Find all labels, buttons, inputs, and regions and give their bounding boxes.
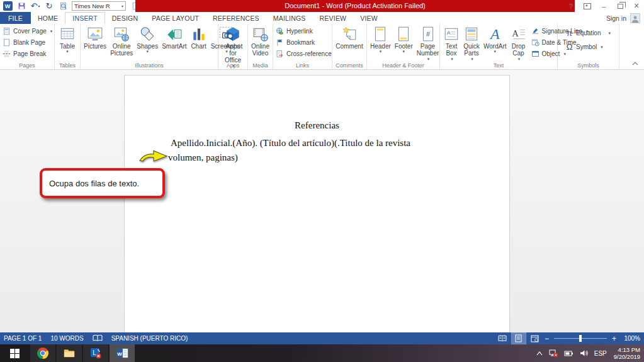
taskbar-explorer-button[interactable] (57, 344, 82, 362)
button-label: Blank Page (13, 39, 45, 46)
group-label: Apps (218, 62, 247, 69)
quick-parts-button[interactable]: Quick Parts▾ (461, 25, 482, 61)
button-label: Chart (191, 43, 206, 50)
online-pictures-button[interactable]: Online Pictures (108, 25, 135, 61)
document-body-line-2: volumen, paginas) (168, 152, 238, 163)
tab-insert[interactable]: INSERT (65, 12, 105, 24)
ribbon-group-header-footer: Header ▾ Footer ▾ # Page Number▾ Header … (367, 24, 440, 69)
chart-button[interactable]: Chart (189, 25, 209, 61)
button-label: Equation (576, 30, 601, 37)
tab-design[interactable]: DESIGN (105, 12, 145, 24)
window-controls: ? – ✕ (566, 0, 641, 12)
restore-button[interactable] (615, 1, 625, 11)
cross-reference-button[interactable]: Cross-reference (274, 48, 333, 59)
button-label: Text Box (446, 43, 457, 57)
zoom-in-button[interactable]: + (612, 335, 616, 342)
shapes-button[interactable]: Shapes ▾ (135, 25, 160, 61)
blank-page-button[interactable]: Blank Page (1, 37, 54, 48)
online-video-button[interactable]: Online Video (249, 25, 271, 61)
system-tray: ESP 4:13 PM 9/20/2019 (536, 344, 644, 362)
table-button[interactable]: Table ▾ (57, 25, 77, 61)
undo-icon: ↶ (31, 2, 38, 10)
sign-in[interactable]: Sign in (606, 12, 640, 24)
font-name-box[interactable]: Times New R▾ (72, 1, 126, 11)
callout-box[interactable]: Ocupa dos filas de texto. (40, 168, 165, 198)
start-button[interactable] (0, 344, 29, 362)
collapse-ribbon-icon[interactable] (631, 60, 639, 67)
print-layout-button[interactable] (512, 333, 526, 344)
group-label: Pages (0, 62, 54, 69)
document-page[interactable]: Referencias Apellido.Inicial.(Año). (Tít… (124, 75, 510, 332)
taskbar-lockdown-browser-button[interactable]: L (83, 344, 108, 362)
tab-view[interactable]: VIEW (353, 12, 385, 24)
statusbar-right: − + 100% (495, 332, 641, 344)
minimize-button[interactable]: – (599, 1, 609, 11)
blank-page-icon (3, 38, 11, 47)
clock[interactable]: 4:13 PM 9/20/2019 (614, 346, 640, 360)
tab-page-layout[interactable]: PAGE LAYOUT (145, 12, 206, 24)
hyperlink-button[interactable]: Hyperlink (274, 26, 333, 37)
word-count[interactable]: 10 WORDS (50, 335, 83, 342)
cover-page-button[interactable]: Cover Page▾ (1, 26, 54, 37)
text-box-icon: A (443, 26, 460, 42)
proofing-status[interactable] (93, 334, 103, 343)
smartart-button[interactable]: SmartArt (160, 25, 188, 61)
ribbon-display-options-button[interactable] (582, 1, 592, 11)
web-layout-icon (531, 335, 539, 342)
taskbar-chrome-button[interactable] (30, 344, 55, 362)
tab-references[interactable]: REFERENCES (206, 12, 266, 24)
tab-file[interactable]: FILE (0, 12, 31, 24)
tab-home[interactable]: HOME (31, 12, 65, 24)
ribbon-display-icon (584, 3, 591, 9)
zoom-slider[interactable] (554, 338, 607, 339)
read-mode-icon (498, 335, 507, 342)
tab-mailings[interactable]: MAILINGS (266, 12, 313, 24)
avatar (630, 13, 640, 23)
zoom-out-button[interactable]: − (545, 335, 549, 342)
save-icon (18, 2, 26, 10)
wordart-button[interactable]: A WordArt ▾ (482, 25, 509, 61)
print-preview-button[interactable] (58, 1, 68, 11)
battery-icon[interactable] (564, 349, 574, 357)
word-app-icon[interactable]: W (3, 1, 13, 11)
bookmark-button[interactable]: Bookmark (274, 37, 333, 48)
button-label: Bookmark (286, 39, 315, 46)
speaker-icon[interactable] (580, 349, 589, 357)
web-layout-button[interactable] (528, 333, 542, 344)
close-button[interactable]: ✕ (631, 1, 641, 11)
help-icon: ? (569, 3, 573, 10)
page-break-button[interactable]: Page Break (1, 48, 54, 59)
pictures-button[interactable]: Pictures (82, 25, 108, 61)
ribbon-group-links: Hyperlink Bookmark Cross-reference Links (273, 24, 332, 69)
page-count[interactable]: PAGE 1 OF 1 (4, 335, 42, 342)
zoom-slider-thumb[interactable] (579, 335, 582, 342)
help-button[interactable]: ? (566, 1, 576, 11)
read-mode-button[interactable] (495, 333, 509, 344)
save-button[interactable] (16, 1, 26, 11)
equation-button[interactable]: π Equation▾ (564, 28, 612, 38)
redo-button[interactable]: ↻ (44, 1, 54, 11)
tab-review[interactable]: REVIEW (313, 12, 354, 24)
network-status-icon[interactable] (548, 349, 558, 358)
comment-button[interactable]: Comment (334, 25, 364, 61)
symbol-button[interactable]: Ω Symbol▾ (564, 42, 612, 52)
apps-for-office-button[interactable]: Apps for Office▾ (220, 25, 246, 61)
language-status[interactable]: SPANISH (PUERTO RICO) (111, 335, 188, 342)
tray-chevron-up-icon[interactable] (536, 351, 543, 356)
taskbar-word-button[interactable]: W (110, 344, 135, 362)
text-box-button[interactable]: A Text Box▾ (441, 25, 461, 61)
undo-button[interactable]: ↶▾ (30, 1, 40, 11)
page-number-button[interactable]: # Page Number▾ (415, 25, 441, 61)
chevron-down-icon: ▾ (427, 57, 430, 62)
header-button[interactable]: Header ▾ (368, 25, 393, 61)
print-layout-icon (515, 334, 522, 342)
drop-cap-button[interactable]: A Drop Cap▾ (509, 25, 529, 61)
footer-icon (395, 26, 412, 42)
footer-button[interactable]: Footer ▾ (393, 25, 415, 61)
hyperlink-icon (276, 27, 284, 35)
yellow-arrow-shape[interactable] (138, 148, 169, 163)
chevron-down-icon: ▾ (146, 50, 149, 54)
language-indicator[interactable]: ESP (594, 350, 607, 357)
proofing-book-icon (93, 334, 103, 342)
zoom-level[interactable]: 100% (619, 335, 640, 342)
